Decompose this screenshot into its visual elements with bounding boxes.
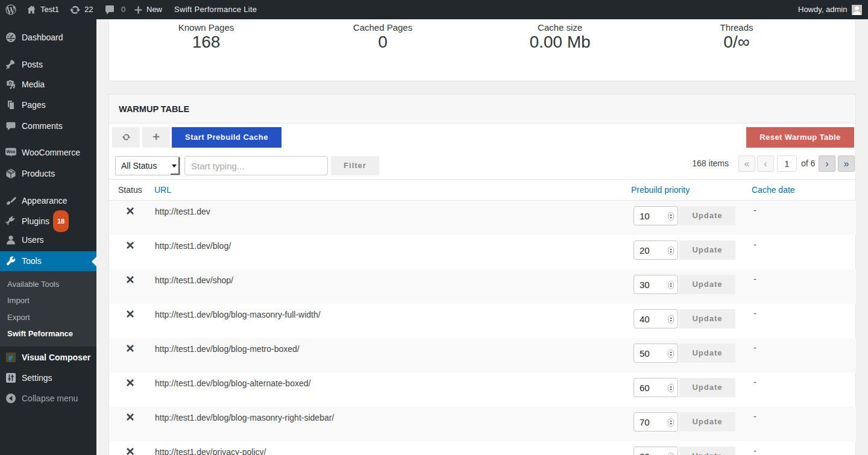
svg-text:Woo: Woo (6, 149, 15, 154)
